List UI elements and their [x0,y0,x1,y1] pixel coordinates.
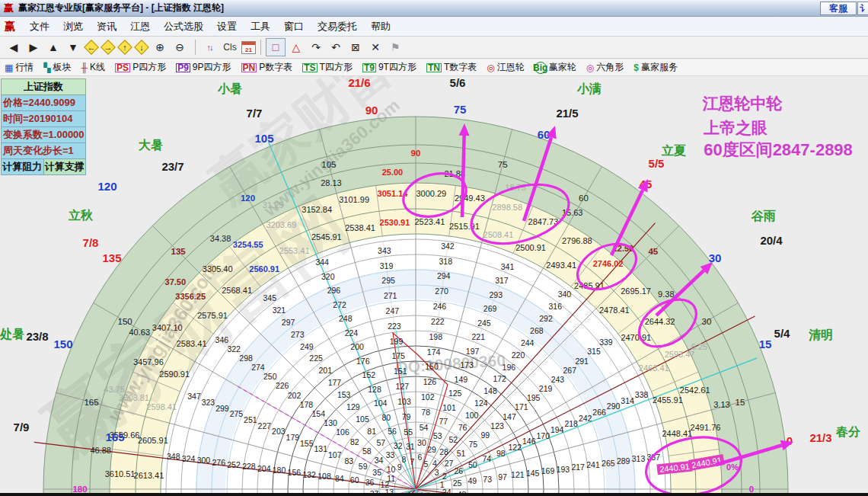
wheel-label: 165 [105,430,124,443]
wheel-label: 5/4 [774,327,791,340]
wheel-label: 0 [749,485,754,494]
pn-icon: PN [241,63,257,72]
view-button-label: 江恩轮 [497,61,525,74]
menu-item-设置[interactable]: 设置 [210,19,244,34]
view-button-T数字表[interactable]: TNT数字表 [426,61,477,74]
symbol-title: 上证指数 [1,78,86,95]
view-button-六角形[interactable]: ◎六角形 [586,61,624,74]
menu-item-交易委托[interactable]: 交易委托 [311,19,364,34]
wheel-label: 15 [759,338,772,350]
view-button-赢家轮[interactable]: Big赢家轮 [535,61,576,74]
wheel-label: 2455.91 [653,395,683,405]
menu-item-工具[interactable]: 工具 [244,19,277,34]
pan-right-icon[interactable]: → [101,40,116,55]
wheel-label: 7/9 [14,421,30,434]
menu-item-公式选股[interactable]: 公式选股 [157,19,210,34]
calc-resistance-button[interactable]: 计算阻力 [1,159,44,175]
easel-icon[interactable]: ⚑ [386,39,404,56]
rotate-ccw-icon[interactable]: ↶ [327,39,345,56]
wheel-label: 150 [53,338,72,350]
wheel-label: 28 [439,447,448,456]
rect-tool-icon[interactable]: □ [266,38,286,56]
wheel-label: 2644.32 [645,317,675,326]
wheel-label: 297 [282,318,295,327]
wheel-label: 7/8 [83,236,99,249]
title-bar: 赢 赢家江恩专业版[赢家服务平台] - [上证指数 江恩轮] 客服 讠 [0,0,868,17]
view-button-9T四方形[interactable]: T99T四方形 [362,61,416,74]
wheel-label: 148 [483,386,497,395]
collapse-arrows-icon[interactable]: ✕ [366,39,385,56]
pan-left-icon[interactable]: ← [84,40,99,55]
pan-up-icon[interactable]: ↑ [117,40,132,55]
wheel-label: 2553.41 [279,246,310,255]
wheel-label: 3610.51 [105,469,136,478]
zoom-out-icon[interactable]: ⊖ [171,39,189,56]
wheel-label: 20/4 [760,234,783,247]
nav-right-icon[interactable]: ▶ [24,39,43,56]
view-button-label: 行情 [15,61,34,74]
wheel-label: 2598.41 [146,402,177,411]
triangle-tool-icon[interactable]: △ [287,39,305,56]
view-button-板块[interactable]: ▚板块 [43,61,71,74]
wheel-label: 217 [571,462,585,472]
xbox-icon[interactable]: ⊠ [346,39,365,56]
view-button-K线[interactable]: ╫K线 [81,61,106,74]
wheel-label: 150 [117,317,132,326]
updown-arrows-icon[interactable]: ↑↓ [200,39,219,56]
wheel-label: 245 [477,318,491,328]
calendar-icon[interactable]: 21 [241,41,256,54]
partial-button[interactable]: 讠 [857,2,868,15]
wheel-label: 276 [212,458,225,467]
wheel-label: 105 [356,414,369,424]
pan-down-icon[interactable]: ↓ [134,40,149,55]
menu-item-窗口[interactable]: 窗口 [277,19,311,34]
wheel-label: 294 [437,271,451,280]
marker-down-icon[interactable]: ▼ [64,39,82,56]
wheel-label: 1 [440,480,445,489]
menu-item-江恩[interactable]: 江恩 [123,19,157,34]
view-button-T四方形[interactable]: TST四方形 [302,61,353,74]
candle-icon: ╫ [81,62,88,73]
wheel-label: 15 [736,398,745,407]
wheel-label: 195 [527,393,541,402]
view-button-P数字表[interactable]: PNP数字表 [241,61,293,74]
wheel-label: 149 [455,375,468,384]
wheel-label: 3203.69 [266,220,297,229]
menu-item-帮助[interactable]: 帮助 [364,19,397,34]
rotate-cw-icon[interactable]: ↷ [307,39,325,56]
view-button-label: 赢家服务 [641,61,678,74]
wheel-label: 98 [496,449,506,458]
wheel-label: 57 [376,438,385,447]
wheel-label: 347 [187,392,201,401]
toolbar-separator [260,40,261,55]
cls-button[interactable]: Cls [220,39,240,56]
menu-item-浏览[interactable]: 浏览 [56,19,90,34]
menu-item-资讯[interactable]: 资讯 [90,19,123,34]
wheel-label: 99 [480,430,490,440]
nav-left-icon[interactable]: ◀ [5,39,23,56]
wheel-label: 244 [521,338,535,347]
menu-item-文件[interactable]: 文件 [23,19,56,34]
wheel-label: 130 [324,418,337,427]
calc-support-button[interactable]: 计算支撑 [44,159,87,175]
wheel-label: 121 [511,470,525,479]
wheel-label: 7/7 [247,107,263,120]
wheel-label: 179 [286,433,300,442]
wheel-label: 34 [375,456,384,465]
view-button-行情[interactable]: ▦行情 [5,61,34,74]
wheel-label: 251 [244,415,257,424]
zoom-in-icon[interactable]: ⊕ [151,39,169,56]
wheel-label: 127 [396,382,410,391]
wheel-label: 226 [276,381,289,390]
wheel-label: 34.38 [210,234,231,243]
view-button-江恩轮[interactable]: ◎江恩轮 [487,61,524,74]
view-button-赢家服务[interactable]: $赢家服务 [633,61,678,74]
view-button-9P四方形[interactable]: P99P四方形 [176,61,231,74]
view-button-P四方形[interactable]: PSP四方形 [115,61,166,74]
wheel-label: 2463.41 [639,363,669,373]
wheel-label: 106 [336,427,349,437]
wheel-label: 立夏 [661,144,686,157]
wheel-label: 2491.76 [691,423,721,432]
marker-up-icon[interactable]: ▲ [44,39,62,56]
customer-service-button[interactable]: 客服 [820,2,857,15]
